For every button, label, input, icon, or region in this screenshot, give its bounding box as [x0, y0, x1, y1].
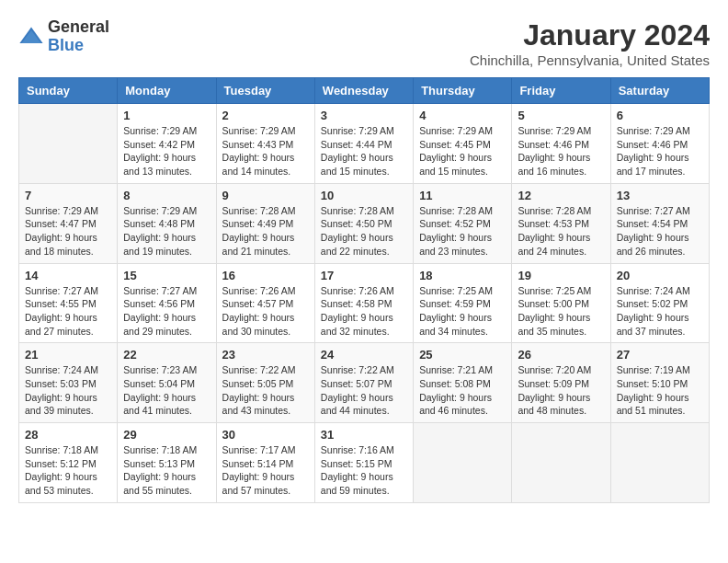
day-info: Sunrise: 7:28 AMSunset: 4:50 PMDaylight:…: [321, 204, 407, 259]
day-info-line: and 15 minutes.: [419, 166, 488, 177]
day-number: 3: [321, 109, 407, 122]
day-info: Sunrise: 7:17 AMSunset: 5:14 PMDaylight:…: [222, 443, 309, 498]
calendar-cell: 19Sunrise: 7:25 AMSunset: 5:00 PMDayligh…: [512, 263, 610, 343]
day-info-line: and 34 minutes.: [419, 326, 488, 337]
logo: General Blue: [18, 18, 109, 55]
day-info-line: and 37 minutes.: [617, 326, 686, 337]
day-info-line: Daylight: 9 hours: [25, 232, 97, 243]
day-info-line: Sunrise: 7:24 AM: [617, 285, 690, 296]
day-header-wednesday: Wednesday: [314, 78, 413, 104]
day-info-line: Sunrise: 7:26 AM: [321, 285, 394, 296]
day-info-line: and 30 minutes.: [222, 326, 291, 337]
day-number: 12: [518, 189, 604, 202]
day-info-line: Sunset: 4:45 PM: [419, 139, 491, 150]
day-info-line: Daylight: 9 hours: [321, 152, 393, 163]
day-number: 23: [222, 348, 309, 362]
day-info-line: Daylight: 9 hours: [518, 312, 590, 323]
day-info-line: Sunset: 4:57 PM: [222, 298, 294, 309]
day-header-saturday: Saturday: [610, 78, 709, 104]
calendar-cell: 8Sunrise: 7:29 AMSunset: 4:48 PMDaylight…: [118, 183, 216, 263]
day-info-line: and 23 minutes.: [419, 246, 488, 257]
day-info-line: and 15 minutes.: [321, 166, 390, 177]
day-info-line: Sunset: 4:59 PM: [419, 298, 491, 309]
day-info: Sunrise: 7:29 AMSunset: 4:47 PMDaylight:…: [25, 204, 111, 259]
calendar-cell: 20Sunrise: 7:24 AMSunset: 5:02 PMDayligh…: [610, 263, 709, 343]
day-info-line: Sunrise: 7:20 AM: [518, 364, 591, 375]
day-info: Sunrise: 7:18 AMSunset: 5:13 PMDaylight:…: [123, 443, 210, 498]
day-number: 29: [123, 428, 210, 442]
day-info: Sunrise: 7:22 AMSunset: 5:05 PMDaylight:…: [222, 363, 309, 418]
calendar-cell: [610, 423, 709, 503]
day-info-line: Sunset: 4:56 PM: [123, 298, 195, 309]
day-info-line: Sunset: 5:07 PM: [321, 378, 392, 389]
day-number: 13: [617, 189, 703, 202]
week-row-4: 21Sunrise: 7:24 AMSunset: 5:03 PMDayligh…: [19, 343, 710, 423]
calendar-cell: 11Sunrise: 7:28 AMSunset: 4:52 PMDayligh…: [414, 183, 512, 263]
calendar-cell: 1Sunrise: 7:29 AMSunset: 4:42 PMDaylight…: [118, 104, 216, 184]
day-info: Sunrise: 7:28 AMSunset: 4:49 PMDaylight:…: [222, 204, 309, 259]
day-number: 25: [419, 348, 506, 362]
day-info-line: Sunrise: 7:22 AM: [321, 364, 394, 375]
week-row-2: 7Sunrise: 7:29 AMSunset: 4:47 PMDaylight…: [19, 183, 710, 263]
day-info-line: Sunset: 5:15 PM: [321, 458, 392, 469]
day-info: Sunrise: 7:24 AMSunset: 5:03 PMDaylight:…: [25, 363, 111, 418]
day-info-line: Sunset: 4:46 PM: [518, 139, 589, 150]
day-number: 31: [321, 428, 407, 442]
day-info: Sunrise: 7:29 AMSunset: 4:46 PMDaylight:…: [518, 124, 604, 178]
day-info-line: Daylight: 9 hours: [518, 392, 590, 403]
day-info-line: Sunrise: 7:25 AM: [419, 285, 493, 296]
day-info-line: and 22 minutes.: [321, 246, 390, 257]
day-info-line: Daylight: 9 hours: [123, 471, 196, 482]
calendar-cell: 23Sunrise: 7:22 AMSunset: 5:05 PMDayligh…: [216, 343, 314, 423]
logo-icon: [18, 24, 44, 50]
subtitle: Chinchilla, Pennsylvania, United States: [470, 52, 710, 68]
day-info-line: and 26 minutes.: [617, 246, 686, 257]
day-info-line: Daylight: 9 hours: [222, 312, 295, 323]
day-info: Sunrise: 7:29 AMSunset: 4:46 PMDaylight:…: [617, 124, 703, 178]
day-info-line: Sunset: 4:55 PM: [25, 298, 97, 309]
calendar-cell: 9Sunrise: 7:28 AMSunset: 4:49 PMDaylight…: [216, 183, 314, 263]
day-info-line: Sunrise: 7:23 AM: [123, 364, 197, 375]
day-number: 21: [25, 348, 111, 362]
day-number: 17: [321, 269, 407, 282]
day-number: 14: [25, 269, 111, 282]
day-info-line: Sunrise: 7:26 AM: [222, 285, 296, 296]
day-info-line: and 51 minutes.: [617, 405, 686, 416]
day-number: 8: [123, 189, 210, 202]
day-info-line: Sunrise: 7:27 AM: [123, 285, 197, 296]
day-info: Sunrise: 7:28 AMSunset: 4:53 PMDaylight:…: [518, 204, 604, 259]
day-info-line: Daylight: 9 hours: [222, 392, 295, 403]
calendar-table: SundayMondayTuesdayWednesdayThursdayFrid…: [18, 77, 710, 503]
day-info: Sunrise: 7:27 AMSunset: 4:55 PMDaylight:…: [25, 284, 111, 339]
week-row-1: 1Sunrise: 7:29 AMSunset: 4:42 PMDaylight…: [19, 104, 710, 184]
day-info-line: Daylight: 9 hours: [518, 152, 590, 163]
day-info-line: Sunset: 5:05 PM: [222, 378, 294, 389]
day-number: 1: [123, 109, 210, 122]
day-info-line: Daylight: 9 hours: [321, 232, 393, 243]
calendar-cell: 5Sunrise: 7:29 AMSunset: 4:46 PMDaylight…: [512, 104, 610, 184]
day-info: Sunrise: 7:19 AMSunset: 5:10 PMDaylight:…: [617, 363, 703, 418]
day-info-line: and 19 minutes.: [123, 246, 192, 257]
day-info-line: Daylight: 9 hours: [419, 232, 492, 243]
day-info: Sunrise: 7:29 AMSunset: 4:45 PMDaylight:…: [419, 124, 506, 178]
day-info-line: Sunset: 5:14 PM: [222, 458, 294, 469]
day-info-line: Daylight: 9 hours: [222, 471, 295, 482]
day-info-line: Daylight: 9 hours: [321, 471, 393, 482]
day-info-line: Sunset: 5:00 PM: [518, 298, 589, 309]
day-info: Sunrise: 7:29 AMSunset: 4:42 PMDaylight:…: [123, 124, 210, 178]
day-info-line: and 46 minutes.: [419, 405, 488, 416]
day-info: Sunrise: 7:26 AMSunset: 4:58 PMDaylight:…: [321, 284, 407, 339]
day-info: Sunrise: 7:27 AMSunset: 4:54 PMDaylight:…: [617, 204, 703, 259]
day-info-line: and 14 minutes.: [222, 166, 291, 177]
day-info-line: Sunrise: 7:18 AM: [25, 444, 98, 455]
day-info-line: Sunrise: 7:28 AM: [518, 205, 591, 216]
week-row-3: 14Sunrise: 7:27 AMSunset: 4:55 PMDayligh…: [19, 263, 710, 343]
day-info: Sunrise: 7:18 AMSunset: 5:12 PMDaylight:…: [25, 443, 111, 498]
day-info-line: and 21 minutes.: [222, 246, 291, 257]
calendar-cell: 4Sunrise: 7:29 AMSunset: 4:45 PMDaylight…: [414, 104, 512, 184]
day-number: 11: [419, 189, 506, 202]
day-info-line: and 27 minutes.: [25, 326, 94, 337]
day-info: Sunrise: 7:25 AMSunset: 5:00 PMDaylight:…: [518, 284, 604, 339]
day-info-line: Sunset: 4:58 PM: [321, 298, 392, 309]
calendar-cell: 24Sunrise: 7:22 AMSunset: 5:07 PMDayligh…: [314, 343, 413, 423]
